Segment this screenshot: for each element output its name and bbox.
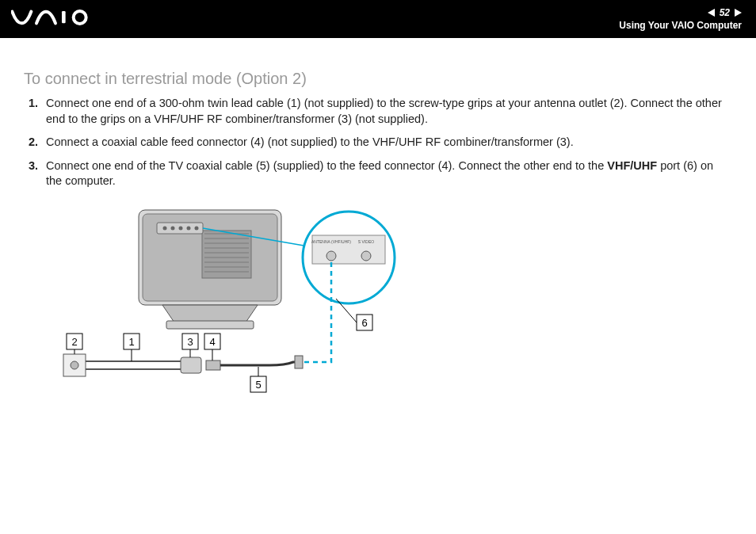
svg-rect-21 [166, 321, 254, 329]
prev-page-arrow[interactable] [708, 9, 715, 17]
callout-5: 5 [250, 367, 266, 392]
header-right: 52 Using Your VAIO Computer [619, 7, 742, 31]
svg-point-24 [326, 251, 336, 261]
svg-text:2: 2 [71, 336, 77, 348]
step-3: Connect one end of the TV coaxial cable … [41, 158, 732, 189]
page-nav: 52 [708, 7, 742, 18]
svg-point-25 [361, 251, 371, 261]
header-bar: 52 Using Your VAIO Computer [0, 0, 756, 38]
svg-rect-32 [295, 356, 303, 368]
svg-point-30 [71, 361, 78, 369]
zoom-detail-icon: ANTENNA (VHF/UHF) S VIDEO [303, 212, 395, 303]
callout-1: 1 [124, 334, 139, 361]
wall-outlet-icon [63, 354, 86, 376]
svg-text:5: 5 [255, 379, 261, 391]
svg-rect-0 [62, 11, 66, 23]
step-text: Connect one end of a 300-ohm twin lead c… [46, 97, 722, 125]
coax-cable-icon [220, 362, 301, 365]
svg-rect-4 [202, 231, 251, 278]
step-text-pre: Connect one end of the TV coaxial cable … [46, 159, 607, 172]
step-text: Connect a coaxial cable feed connector (… [46, 135, 574, 148]
callout-3: 3 [182, 334, 198, 357]
svg-point-15 [163, 226, 167, 230]
step-2: Connect a coaxial cable feed connector (… [41, 135, 732, 151]
svg-point-17 [179, 226, 183, 230]
connection-diagram: ANTENNA (VHF/UHF) S VIDEO 6 [48, 204, 412, 413]
page-body: To connect in terrestrial mode (Option 2… [0, 38, 756, 413]
vaio-logo [11, 10, 96, 29]
callout-2: 2 [67, 334, 82, 354]
combiner-icon [181, 357, 201, 373]
feed-connector-icon [206, 360, 220, 370]
svg-point-18 [187, 226, 191, 230]
computer-rear-icon [139, 210, 281, 329]
step-text-bold: VHF/UHF [607, 159, 657, 172]
svg-text:4: 4 [209, 336, 215, 348]
section-title: Using Your VAIO Computer [619, 20, 742, 31]
port-label-antenna: ANTENNA (VHF/UHF) [311, 239, 351, 244]
step-1: Connect one end of a 300-ohm twin lead c… [41, 96, 732, 127]
svg-text:6: 6 [361, 317, 367, 329]
svg-point-19 [195, 226, 199, 230]
svg-text:1: 1 [128, 336, 134, 348]
svg-point-1 [74, 11, 86, 24]
svg-point-16 [171, 226, 175, 230]
page-number: 52 [720, 7, 730, 18]
port-label-svideo: S VIDEO [358, 239, 374, 244]
instruction-list: Connect one end of a 300-ohm twin lead c… [24, 96, 732, 189]
next-page-arrow[interactable] [735, 9, 742, 17]
callout-4: 4 [204, 334, 220, 360]
svg-text:3: 3 [187, 336, 193, 348]
svg-marker-20 [162, 305, 258, 322]
page-heading: To connect in terrestrial mode (Option 2… [24, 70, 732, 88]
